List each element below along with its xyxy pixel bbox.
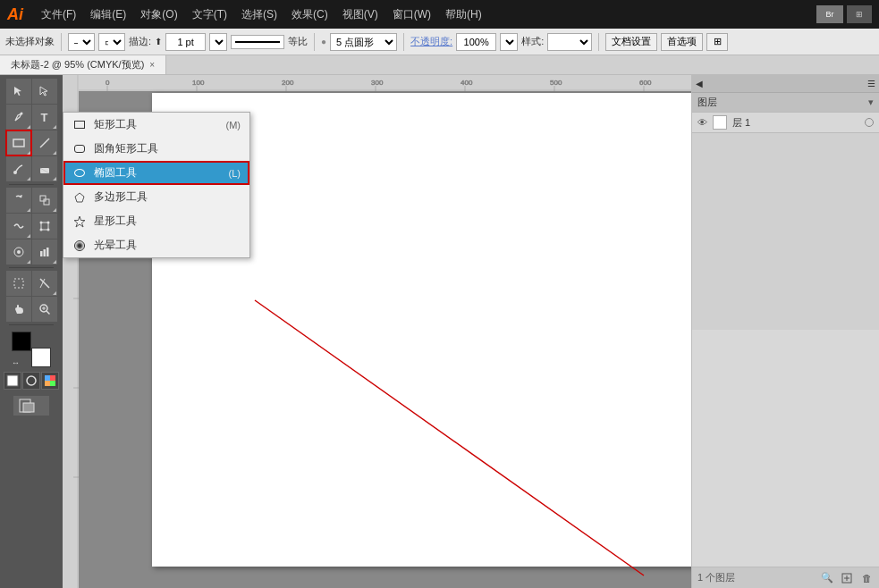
flare-icon (72, 239, 87, 253)
first-page-btn[interactable]: 首选项 (661, 33, 703, 51)
layer-count-label: 1 个图层 (697, 571, 735, 584)
rrect-tool-menu-item[interactable]: 圆角矩形工具 (63, 137, 249, 161)
circle-mode-btn[interactable] (22, 372, 40, 390)
menu-file[interactable]: 文件(F) (34, 7, 83, 22)
layer-target-circle[interactable] (865, 118, 874, 127)
graph-tool[interactable] (32, 239, 57, 265)
shape-select[interactable]: ▭ (98, 33, 125, 51)
svg-text:600: 600 (639, 79, 652, 87)
style-select[interactable] (547, 33, 592, 51)
line-tool[interactable] (32, 130, 57, 155)
doc-settings-btn[interactable]: 文档设置 (605, 33, 657, 51)
scale-tool[interactable] (32, 188, 57, 213)
symbol-tool[interactable] (6, 239, 31, 265)
rotate-tool[interactable] (6, 188, 31, 213)
select-tool[interactable] (6, 79, 31, 104)
normal-mode-btn[interactable] (4, 372, 21, 390)
stroke-style-select[interactable]: — (68, 33, 95, 51)
zoom-tool[interactable] (32, 297, 57, 322)
extra-btn[interactable]: ⊞ (706, 33, 728, 51)
stroke-value[interactable] (165, 33, 206, 51)
layer-visibility-icon[interactable]: 👁 (697, 117, 707, 128)
tab-close-btn[interactable]: × (149, 60, 155, 70)
star-tool-menu-item[interactable]: 星形工具 (63, 209, 249, 233)
hand-tool[interactable] (6, 297, 31, 322)
panel-collapse-arrow[interactable]: ◀ (696, 79, 703, 88)
new-layer-icon[interactable] (840, 571, 854, 585)
warp-tool[interactable] (6, 214, 31, 239)
stroke-unit-select[interactable]: ▾ (209, 33, 227, 51)
svg-point-11 (39, 229, 42, 231)
stroke-preview (231, 35, 284, 49)
svg-text:200: 200 (282, 79, 294, 87)
svg-marker-64 (74, 216, 85, 227)
menu-type[interactable]: 文字(T) (185, 7, 234, 22)
shape-tool[interactable] (6, 130, 31, 155)
rect-tool-menu-item[interactable]: 矩形工具 (M) (63, 113, 249, 137)
search-icon[interactable]: 🔍 (820, 571, 834, 585)
rrect-icon (72, 142, 87, 156)
slice-tool[interactable] (32, 271, 57, 296)
document-tab[interactable]: 未标题-2 @ 95% (CMYK/预览) × (0, 55, 166, 74)
swap-colors-btn[interactable]: ↔ (12, 358, 20, 367)
menu-effect[interactable]: 效果(C) (284, 7, 335, 22)
tool-row-select (0, 79, 63, 104)
points-select[interactable]: 5 点圆形 (330, 33, 397, 51)
opacity-value[interactable] (456, 33, 496, 51)
color-mode-btn[interactable] (41, 372, 59, 390)
menu-object[interactable]: 对象(O) (133, 7, 184, 22)
pen-tool[interactable] (6, 105, 31, 130)
tool-row-bottom (0, 396, 63, 416)
delete-layer-icon[interactable]: 🗑 (859, 571, 874, 585)
tool-row-shape (0, 130, 63, 155)
svg-rect-6 (40, 196, 46, 201)
tool-row-artboard (0, 271, 63, 296)
star-tool-label: 星形工具 (94, 214, 137, 229)
svg-point-0 (20, 113, 22, 115)
svg-point-9 (39, 222, 42, 224)
menu-select[interactable]: 选择(S) (234, 7, 284, 22)
menu-view[interactable]: 视图(V) (335, 7, 385, 22)
cs-btn[interactable]: ⊞ (847, 5, 872, 23)
svg-rect-32 (23, 403, 34, 412)
menu-edit[interactable]: 编辑(E) (83, 7, 133, 22)
brush-tool[interactable] (6, 156, 31, 181)
background-color-swatch[interactable] (31, 348, 51, 367)
svg-text:500: 500 (550, 79, 562, 87)
type-tool[interactable]: T (32, 105, 57, 130)
rect-tool-shortcut: (M) (226, 120, 241, 130)
layers-panel-footer: 1 个图层 🔍 🗑 (692, 567, 879, 588)
svg-rect-30 (50, 381, 55, 386)
artboard-tool[interactable] (6, 271, 31, 296)
svg-marker-63 (75, 193, 84, 202)
menu-help[interactable]: 帮助(H) (438, 7, 489, 22)
svg-point-3 (13, 171, 17, 174)
svg-text:300: 300 (371, 79, 384, 87)
ellipse-tool-menu-item[interactable]: 椭圆工具 (L) (63, 161, 249, 185)
panel-menu-btn[interactable]: ☰ (867, 79, 875, 88)
direct-select-tool[interactable] (32, 79, 57, 104)
tab-label: 未标题-2 @ 95% (CMYK/预览) (11, 58, 144, 71)
layer-item[interactable]: 👁 层 1 (692, 113, 879, 133)
free-transform-tool[interactable] (32, 214, 57, 239)
menu-window[interactable]: 窗口(W) (385, 7, 438, 22)
svg-point-12 (46, 229, 49, 231)
svg-rect-7 (44, 199, 49, 205)
svg-line-2 (40, 139, 49, 147)
foreground-color-swatch[interactable] (12, 332, 31, 351)
layer-thumbnail (713, 115, 727, 130)
layers-panel-header: 图层 ▾ (692, 93, 879, 113)
artboard-indicator[interactable] (13, 396, 49, 416)
app-logo: Ai (7, 5, 23, 24)
flare-tool-menu-item[interactable]: 光晕工具 (63, 233, 249, 257)
ellipse-icon (72, 166, 87, 181)
svg-text:0: 0 (106, 79, 110, 87)
eraser-tool[interactable] (32, 156, 57, 181)
opacity-unit[interactable]: ▾ (500, 33, 518, 51)
polygon-tool-menu-item[interactable]: 多边形工具 (63, 185, 249, 209)
layers-collapse-btn[interactable]: ▾ (868, 97, 874, 108)
svg-point-14 (17, 250, 21, 254)
bridge-btn[interactable]: Br (816, 5, 843, 23)
layers-panel-title: 图层 (697, 96, 717, 109)
color-swatches-area: ↔ (12, 332, 51, 367)
